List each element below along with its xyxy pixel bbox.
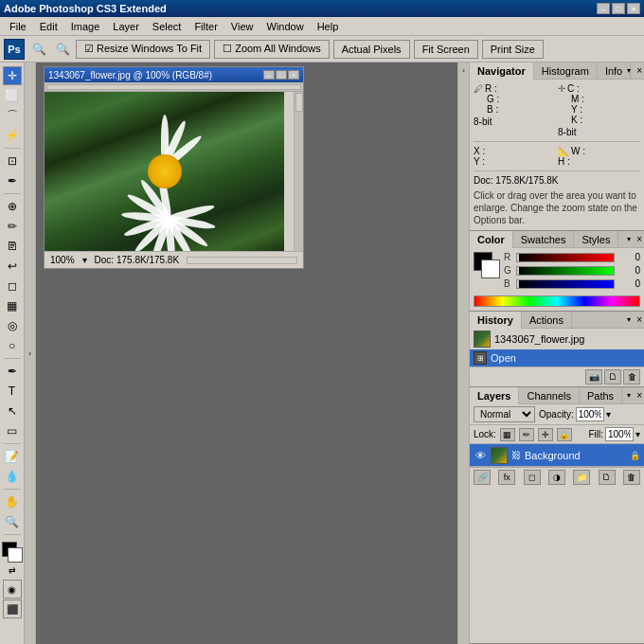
layer-visibility-toggle[interactable]: 👁 <box>474 449 487 462</box>
tool-move[interactable]: ✛ <box>3 66 22 85</box>
zoom-all-windows-btn[interactable]: ☐ Zoom All Windows <box>214 40 330 59</box>
history-delete-btn[interactable]: 🗑 <box>623 369 640 385</box>
history-panel-close[interactable]: × <box>636 314 642 325</box>
history-item-file[interactable]: 1343067_flower.jpg <box>470 329 644 349</box>
tab-navigator[interactable]: Navigator <box>470 63 534 80</box>
print-size-btn[interactable]: Print Size <box>482 40 544 59</box>
background-color[interactable] <box>8 547 23 563</box>
tool-marquee[interactable]: ⬜ <box>3 86 22 105</box>
menu-window[interactable]: Window <box>261 19 310 34</box>
tool-eyedropper[interactable]: ✒ <box>3 171 22 190</box>
minimize-button[interactable]: – <box>597 3 610 14</box>
close-button[interactable]: × <box>627 3 640 14</box>
lock-position-btn[interactable]: ✛ <box>538 428 553 441</box>
tool-dodge[interactable]: ○ <box>3 336 22 355</box>
doc-vscroll[interactable] <box>294 92 303 251</box>
b-slider[interactable] <box>516 279 615 289</box>
menu-help[interactable]: Help <box>312 19 345 34</box>
tool-eyedropper2[interactable]: 💧 <box>3 467 22 486</box>
color-fg-bg[interactable] <box>474 252 500 278</box>
tool-eraser[interactable]: ◻ <box>3 277 22 295</box>
left-panel-collapse[interactable]: ‹ <box>25 63 36 644</box>
tab-styles[interactable]: Styles <box>574 231 618 248</box>
opacity-input[interactable] <box>576 407 604 421</box>
g-slider[interactable] <box>516 266 615 276</box>
tool-zoom[interactable]: 🔍 <box>3 512 22 531</box>
r-slider[interactable] <box>516 253 615 262</box>
menu-filter[interactable]: Filter <box>188 19 223 34</box>
tool-gradient[interactable]: ▦ <box>3 296 22 315</box>
quick-mask[interactable]: ◉ <box>3 580 22 599</box>
tool-crop[interactable]: ⊡ <box>3 152 22 170</box>
layers-panel-close[interactable]: × <box>636 390 642 401</box>
fit-screen-btn[interactable]: Fit Screen <box>414 40 478 59</box>
tab-color[interactable]: Color <box>470 231 513 248</box>
menu-layer[interactable]: Layer <box>107 19 145 34</box>
color-selector[interactable] <box>2 542 23 563</box>
layer-row-background[interactable]: 👁 ⛓ Background 🔒 <box>470 444 644 467</box>
layers-mask-btn[interactable]: ◻ <box>524 470 541 485</box>
tool-path[interactable]: ↖ <box>3 402 22 420</box>
layers-folder-btn[interactable]: 📁 <box>573 470 590 485</box>
layers-panel-menu[interactable]: ▾ <box>627 391 631 400</box>
color-panel-close[interactable]: × <box>636 234 642 244</box>
color-spectrum[interactable] <box>474 295 640 307</box>
tool-pen[interactable]: ✒ <box>3 362 22 381</box>
layers-fx-btn[interactable]: fx <box>498 470 515 485</box>
doc-minimize-btn[interactable]: – <box>263 70 275 80</box>
tool-blur[interactable]: ◎ <box>3 316 22 335</box>
tool-text[interactable]: T <box>3 382 22 401</box>
menu-select[interactable]: Select <box>147 19 188 34</box>
tool-hand[interactable]: ✋ <box>3 492 22 511</box>
fill-input[interactable] <box>605 427 634 441</box>
color-panel-menu[interactable]: ▾ <box>627 235 631 243</box>
doc-hscroll[interactable] <box>187 257 297 264</box>
tool-lasso[interactable]: ⌒ <box>3 106 22 125</box>
fill-arrow[interactable]: ▾ <box>635 429 640 439</box>
tab-histogram[interactable]: Histogram <box>534 63 598 80</box>
actual-pixels-btn[interactable]: Actual Pixels <box>333 40 410 59</box>
layers-new-btn[interactable]: 🗋 <box>599 470 616 485</box>
doc-maximize-btn[interactable]: □ <box>276 70 287 80</box>
layers-link-btn[interactable]: 🔗 <box>474 470 491 485</box>
layers-delete-btn[interactable]: 🗑 <box>623 470 640 485</box>
menu-image[interactable]: Image <box>65 19 106 34</box>
menu-view[interactable]: View <box>225 19 259 34</box>
maximize-button[interactable]: □ <box>612 3 625 14</box>
tool-heal[interactable]: ⊕ <box>3 197 22 216</box>
tab-history[interactable]: History <box>470 312 522 329</box>
history-panel-menu[interactable]: ▾ <box>627 315 631 324</box>
resize-windows-btn[interactable]: ☑ Resize Windows To Fit <box>76 40 210 59</box>
tool-brush[interactable]: ✏ <box>3 217 22 236</box>
menu-file[interactable]: File <box>4 19 32 34</box>
menu-edit[interactable]: Edit <box>34 19 63 34</box>
tool-stamp[interactable]: 🖹 <box>3 237 22 256</box>
info-panel-menu[interactable]: ▾ <box>627 66 631 75</box>
tab-layers[interactable]: Layers <box>470 387 519 404</box>
lock-all-btn[interactable]: 🔒 <box>557 428 572 441</box>
tab-channels[interactable]: Channels <box>519 387 579 404</box>
layers-blend-mode[interactable]: Normal Multiply Screen <box>474 406 535 422</box>
color-swap[interactable]: ⇄ <box>9 565 16 575</box>
screen-mode[interactable]: ⬛ <box>3 599 22 618</box>
opacity-arrow[interactable]: ▾ <box>606 409 611 420</box>
tool-history-brush[interactable]: ↩ <box>3 257 22 276</box>
lock-image-btn[interactable]: ✏ <box>519 428 534 441</box>
tool-notes[interactable]: 📝 <box>3 447 22 466</box>
tool-shape[interactable]: ▭ <box>3 421 22 440</box>
layers-adjustment-btn[interactable]: ◑ <box>548 470 565 485</box>
tab-swatches[interactable]: Swatches <box>513 231 575 248</box>
bg-color-swatch[interactable] <box>481 259 500 278</box>
tab-info[interactable]: Info <box>598 63 631 80</box>
history-item-open[interactable]: ⊞ Open <box>470 349 644 367</box>
zoom-toggle[interactable]: ▾ <box>82 255 87 265</box>
doc-scroll-top[interactable] <box>45 82 303 92</box>
info-panel-close[interactable]: × <box>636 65 642 76</box>
doc-close-btn[interactable]: × <box>288 70 299 80</box>
tab-actions[interactable]: Actions <box>522 312 572 329</box>
lock-transparent-btn[interactable]: ▦ <box>500 428 515 441</box>
history-new-document-btn[interactable]: 🗋 <box>604 369 621 385</box>
tool-magic-wand[interactable]: ⚡ <box>3 126 22 145</box>
right-panel-collapse-bar[interactable]: › <box>457 63 469 644</box>
history-new-snapshot-btn[interactable]: 📷 <box>585 369 602 385</box>
